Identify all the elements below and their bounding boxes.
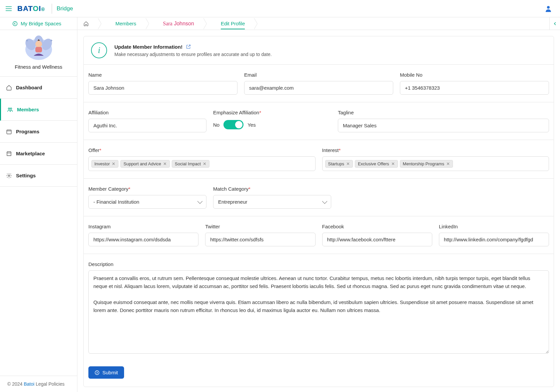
field-facebook: Facebook [322,224,432,246]
tag[interactable]: Investor✕ [91,160,118,168]
label-description: Description [88,261,549,267]
subheader: My Bridge Spaces Members Sara Johnson Ed… [0,17,560,30]
logo[interactable]: BATOI® Bridge [17,4,73,14]
footer-copyright: © 2024 [7,381,24,387]
breadcrumb-home[interactable] [77,17,96,30]
main-layout: ✦ ✦ Fitness and Wellness Dashboard Membe… [0,30,560,392]
label-emphasize: Emphasize Affiliation* [213,110,331,115]
info-title: Update Member Information! [114,44,182,50]
facebook-input[interactable] [322,233,432,246]
sidebar-nav: Dashboard Members Programs Marketplace S… [0,77,77,187]
name-input[interactable] [88,81,237,95]
tagline-input[interactable] [338,119,549,132]
header-left: BATOI® Bridge [5,4,73,14]
breadcrumb: Members Sara Johnson Edit Profile [77,17,549,30]
space-name: Fitness and Wellness [15,64,62,70]
emphasize-toggle[interactable] [223,120,243,129]
label-member-category: Member Category* [88,186,206,192]
svg-text:✦: ✦ [25,38,29,43]
email-input[interactable] [244,81,393,95]
collapse-panel-icon[interactable] [549,17,560,30]
tag-label: Exclusive Offers [358,161,389,166]
breadcrumb-members[interactable]: Members [106,17,144,30]
space-avatar: ✦ ✦ [22,35,55,61]
tag[interactable]: Startups✕ [325,160,353,168]
field-member-category: Member Category* - Financial Institution [88,186,206,209]
sidebar-item-label: Members [17,107,39,112]
footer-brand-link[interactable]: Batoi [24,381,34,387]
field-email: Email [244,72,393,95]
remove-tag-icon[interactable]: ✕ [112,161,115,166]
field-interest: Interest* Startups✕Exclusive Offers✕Ment… [322,147,549,171]
toggle-no-label: No [213,122,219,128]
svg-point-6 [35,41,42,47]
info-desc: Make necessary adjustments to ensure pro… [114,52,272,57]
label-facebook: Facebook [322,224,432,229]
submit-label: Submit [102,370,118,375]
field-match-category: Match Category* Entrepreneur [213,186,331,209]
sidebar-footer: © 2024 Batoi Legal Policies [0,376,77,392]
remove-tag-icon[interactable]: ✕ [203,161,206,166]
offer-tag-input[interactable]: Investor✕Support and Advice✕Social Impac… [88,156,316,171]
menu-icon[interactable] [5,6,13,11]
tag-label: Investor [94,161,110,166]
form-card: i Update Member Information! Make necess… [83,36,554,387]
sidebar-item-dashboard[interactable]: Dashboard [0,77,77,99]
interest-tag-input[interactable]: Startups✕Exclusive Offers✕Mentorship Pro… [322,156,549,171]
label-instagram: Instagram [88,224,198,229]
linkedin-input[interactable] [439,233,549,246]
label-linkedin: LinkedIn [439,224,549,229]
store-icon [6,151,12,157]
match-category-select[interactable]: Entrepreneur [213,195,331,209]
svg-rect-12 [7,130,11,134]
bridge-label[interactable]: Bridge [57,5,73,12]
info-text: Update Member Information! Make necessar… [114,44,272,57]
mobile-input[interactable] [400,81,549,95]
calendar-icon [6,129,12,135]
remove-tag-icon[interactable]: ✕ [346,161,350,166]
field-emphasize: Emphasize Affiliation* No Yes [213,110,331,132]
breadcrumb-edit[interactable]: Edit Profile [211,17,252,30]
description-textarea[interactable] [88,270,549,354]
svg-point-11 [10,108,12,109]
label-email: Email [244,72,393,78]
my-spaces-link[interactable]: My Bridge Spaces [0,17,77,30]
field-twitter: Twitter [205,224,315,246]
sidebar-item-label: Settings [16,173,36,178]
affiliation-input[interactable] [88,119,206,132]
space-block: ✦ ✦ Fitness and Wellness [0,30,77,77]
tag[interactable]: Mentorship Programs✕ [400,160,453,168]
tag[interactable]: Support and Advice✕ [120,160,170,168]
external-link-icon[interactable] [186,44,191,49]
remove-tag-icon[interactable]: ✕ [391,161,395,166]
remove-tag-icon[interactable]: ✕ [163,161,167,166]
sidebar-item-marketplace[interactable]: Marketplace [0,143,77,165]
tag-label: Social Impact [175,161,201,166]
sidebar-item-programs[interactable]: Programs [0,121,77,143]
member-category-select[interactable]: - Financial Institution [88,195,206,209]
tag[interactable]: Exclusive Offers✕ [355,160,398,168]
label-name: Name [88,72,237,78]
form-row: Member Category* - Financial Institution… [84,179,554,216]
home-icon [6,85,12,91]
user-avatar-icon[interactable] [543,4,553,14]
remove-tag-icon[interactable]: ✕ [446,161,450,166]
breadcrumb-last-name: Johnson [174,21,194,27]
sidebar: ✦ ✦ Fitness and Wellness Dashboard Membe… [0,30,77,392]
sidebar-item-members[interactable]: Members [0,99,77,121]
gear-icon [6,173,12,179]
back-arrow-icon [12,21,18,27]
breadcrumb-member-name[interactable]: Sara Johnson [154,17,201,30]
submit-button[interactable]: Submit [88,366,124,379]
tag-label: Mentorship Programs [403,161,444,166]
form-row: Offer* Investor✕Support and Advice✕Socia… [84,140,554,179]
twitter-input[interactable] [205,233,315,246]
tag[interactable]: Social Impact✕ [172,160,209,168]
instagram-input[interactable] [88,233,198,246]
form-row: Description [84,254,554,361]
field-linkedin: LinkedIn [439,224,549,246]
breadcrumb-edit-label: Edit Profile [221,21,245,26]
info-icon: i [91,42,107,58]
sidebar-item-settings[interactable]: Settings [0,165,77,187]
breadcrumb-first-name: Sara [163,21,172,27]
